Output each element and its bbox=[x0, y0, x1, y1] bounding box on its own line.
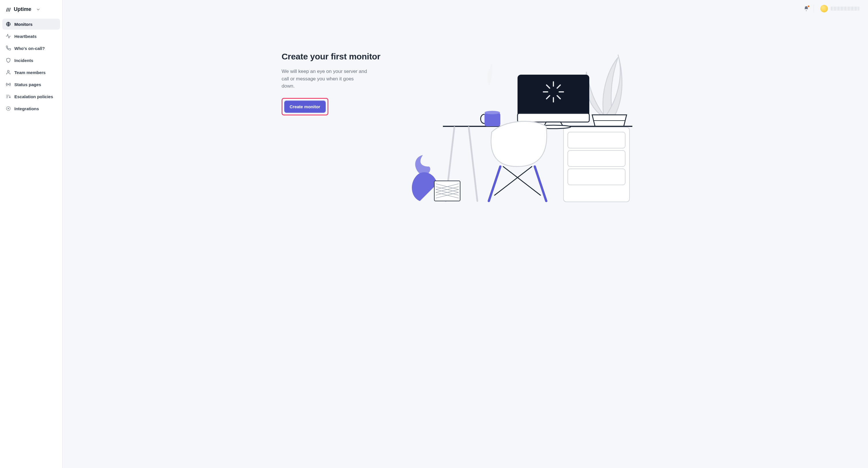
divider bbox=[814, 5, 814, 12]
svg-rect-17 bbox=[518, 114, 589, 122]
sidebar-item-team[interactable]: Team members bbox=[2, 67, 60, 78]
svg-point-2 bbox=[8, 84, 9, 85]
sidebar-item-label: Incidents bbox=[14, 58, 33, 63]
sidebar-item-label: Team members bbox=[14, 70, 45, 75]
sidebar-item-label: Escalation policies bbox=[14, 94, 53, 99]
sidebar-item-escalation[interactable]: Escalation policies bbox=[2, 91, 60, 102]
create-monitor-button[interactable]: Create monitor bbox=[284, 100, 326, 113]
broadcast-icon bbox=[6, 82, 11, 87]
notifications-button[interactable] bbox=[803, 6, 809, 11]
avatar bbox=[820, 5, 828, 12]
topbar bbox=[63, 0, 868, 17]
sidebar-item-label: Status pages bbox=[14, 82, 41, 87]
sidebar-item-status-pages[interactable]: Status pages bbox=[2, 79, 60, 90]
sidebar-item-on-call[interactable]: Who's on-call? bbox=[2, 43, 60, 54]
empty-state-illustration bbox=[392, 40, 649, 207]
sidebar-nav: Monitors Heartbeats Who's on-call? Incid… bbox=[2, 19, 60, 114]
svg-rect-11 bbox=[568, 132, 625, 148]
globe-icon bbox=[6, 22, 11, 27]
user-icon bbox=[6, 70, 11, 75]
page-description: We will keep an eye on your server and c… bbox=[282, 68, 368, 90]
sidebar-item-label: Who's on-call? bbox=[14, 46, 45, 51]
list-sort-icon bbox=[6, 94, 11, 99]
page-title: Create your first monitor bbox=[282, 52, 385, 61]
content: Create your first monitor We will keep a… bbox=[63, 17, 868, 468]
svg-rect-13 bbox=[568, 169, 625, 185]
svg-rect-27 bbox=[485, 113, 500, 126]
phone-icon bbox=[6, 45, 11, 51]
sidebar-item-incidents[interactable]: Incidents bbox=[2, 55, 60, 66]
brand-logo-icon bbox=[6, 7, 11, 12]
activity-icon bbox=[6, 34, 11, 39]
user-menu[interactable] bbox=[818, 4, 861, 13]
sidebar-item-label: Heartbeats bbox=[14, 34, 37, 39]
user-name-redacted bbox=[831, 7, 859, 11]
main: Create your first monitor We will keep a… bbox=[63, 0, 868, 468]
svg-line-32 bbox=[495, 166, 532, 195]
app-root: Uptime Monitors Heartbeats bbox=[0, 0, 868, 468]
notification-dot-icon bbox=[807, 5, 810, 7]
svg-line-31 bbox=[503, 166, 540, 195]
empty-state-copy: Create your first monitor We will keep a… bbox=[282, 40, 385, 207]
svg-line-15 bbox=[469, 127, 477, 201]
shield-icon bbox=[6, 58, 11, 63]
puzzle-icon bbox=[6, 106, 11, 111]
svg-point-7 bbox=[8, 108, 9, 109]
sidebar-item-integrations[interactable]: Integrations bbox=[2, 103, 60, 114]
svg-rect-33 bbox=[434, 181, 460, 201]
svg-line-30 bbox=[535, 166, 546, 201]
svg-point-1 bbox=[7, 70, 9, 72]
svg-point-6 bbox=[6, 106, 10, 111]
cta-highlight: Create monitor bbox=[282, 98, 329, 116]
chevron-down-icon bbox=[36, 7, 40, 12]
empty-state: Create your first monitor We will keep a… bbox=[282, 40, 649, 207]
sidebar-item-heartbeats[interactable]: Heartbeats bbox=[2, 31, 60, 42]
sidebar: Uptime Monitors Heartbeats bbox=[0, 0, 63, 468]
sidebar-item-label: Integrations bbox=[14, 106, 39, 111]
svg-rect-12 bbox=[568, 151, 625, 166]
svg-point-28 bbox=[485, 111, 500, 114]
brand-switcher[interactable]: Uptime bbox=[2, 3, 60, 18]
sidebar-item-monitors[interactable]: Monitors bbox=[2, 19, 60, 30]
svg-line-29 bbox=[489, 166, 500, 201]
brand-name: Uptime bbox=[14, 6, 31, 12]
sidebar-item-label: Monitors bbox=[14, 22, 32, 27]
